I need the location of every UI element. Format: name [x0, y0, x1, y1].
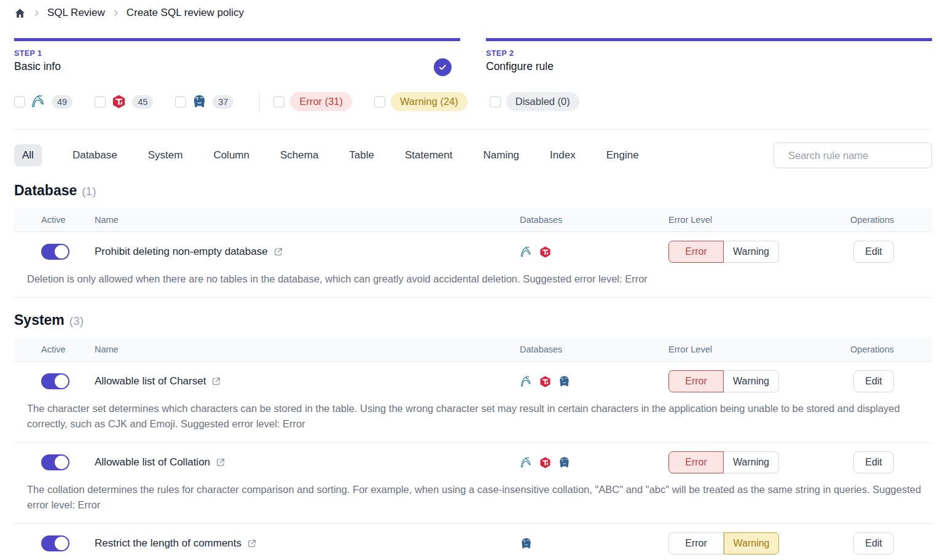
- mysql-icon: [31, 94, 46, 109]
- edit-button[interactable]: Edit: [853, 241, 894, 263]
- breadcrumb: SQL Review Create SQL review policy: [14, 0, 932, 19]
- tab-naming[interactable]: Naming: [483, 144, 519, 166]
- stepper: STEP 1 Basic info STEP 2 Configure rule: [14, 38, 932, 73]
- filter-engine-tidb: 45: [95, 94, 153, 109]
- column-header-operations: Operations: [809, 344, 932, 354]
- warning-filter-pill[interactable]: Warning (24): [391, 92, 468, 111]
- warning-filter-checkbox[interactable]: [374, 96, 385, 107]
- error-level-segmented-control: Error Warning: [668, 532, 809, 554]
- rule-description: Deletion is only allowed when there are …: [14, 271, 932, 297]
- postgres-icon: [558, 456, 571, 469]
- search-icon: [782, 150, 783, 161]
- rule-name: Restrict the length of comments: [95, 537, 241, 550]
- toggle-knob: [55, 245, 68, 259]
- section-header-system: System (3): [14, 312, 932, 329]
- filter-level-disabled: Disabled (0): [490, 92, 579, 111]
- mysql-count-badge: 49: [52, 95, 72, 109]
- rule-active-toggle[interactable]: [41, 535, 69, 551]
- column-header-name: Name: [95, 215, 520, 225]
- column-header-databases: Databases: [520, 344, 668, 354]
- error-level-button[interactable]: Error: [668, 241, 724, 263]
- tab-statement[interactable]: Statement: [405, 144, 453, 166]
- tidb-icon: [539, 375, 552, 388]
- breadcrumb-create-policy: Create SQL review policy: [127, 7, 244, 19]
- disabled-filter-checkbox[interactable]: [490, 96, 501, 107]
- tab-engine[interactable]: Engine: [606, 144, 639, 166]
- warning-level-button[interactable]: Warning: [724, 241, 779, 263]
- edit-button[interactable]: Edit: [853, 370, 894, 392]
- tidb-icon: [539, 246, 552, 259]
- rule-active-toggle[interactable]: [41, 244, 69, 260]
- breadcrumb-sql-review[interactable]: SQL Review: [47, 7, 105, 19]
- external-link-icon[interactable]: [216, 457, 225, 467]
- error-level-button[interactable]: Error: [668, 532, 724, 554]
- postgres-filter-checkbox[interactable]: [175, 96, 186, 107]
- section-title: Database: [14, 182, 77, 199]
- rule-active-toggle[interactable]: [41, 454, 69, 470]
- error-filter-pill[interactable]: Error (31): [290, 92, 352, 111]
- table-row: Allowable list of Charset Error Warning …: [14, 362, 932, 443]
- step-2[interactable]: STEP 2 Configure rule: [486, 38, 932, 73]
- tab-schema[interactable]: Schema: [280, 144, 318, 166]
- database-rules-table: Active Name Databases Error Level Operat…: [14, 208, 932, 298]
- home-icon[interactable]: [14, 7, 26, 19]
- rule-name: Allowable list of Charset: [95, 375, 206, 387]
- external-link-icon[interactable]: [273, 247, 283, 257]
- error-filter-checkbox[interactable]: [273, 96, 284, 107]
- edit-button[interactable]: Edit: [853, 451, 894, 473]
- column-header-active: Active: [14, 344, 95, 354]
- filter-engine-postgres: 37: [175, 94, 233, 109]
- rule-description: The character set determines which chara…: [14, 401, 932, 442]
- system-rules-table: Active Name Databases Error Level Operat…: [14, 338, 932, 560]
- warning-level-button[interactable]: Warning: [724, 451, 779, 473]
- step-2-label: STEP 2: [486, 49, 932, 58]
- chevron-right-icon: [112, 9, 120, 17]
- create-sql-review-policy-page: SQL Review Create SQL review policy STEP…: [0, 0, 940, 560]
- rule-name: Prohibit deleting non-empty database: [95, 246, 268, 258]
- error-level-button[interactable]: Error: [668, 451, 724, 473]
- tab-index[interactable]: Index: [550, 144, 576, 166]
- disabled-filter-pill[interactable]: Disabled (0): [506, 92, 579, 111]
- column-header-name: Name: [95, 344, 520, 354]
- check-icon: [437, 62, 448, 72]
- section-count: (3): [69, 314, 84, 328]
- step-1-progress-bar: [14, 38, 460, 41]
- rule-name: Allowable list of Collation: [95, 456, 210, 469]
- warning-level-button[interactable]: Warning: [724, 370, 779, 392]
- tidb-count-badge: 45: [132, 95, 153, 109]
- tab-system[interactable]: System: [148, 144, 183, 166]
- chevron-right-icon: [33, 9, 41, 17]
- column-header-error-level: Error Level: [668, 344, 809, 354]
- rule-active-toggle[interactable]: [41, 373, 69, 389]
- error-level-button[interactable]: Error: [668, 370, 724, 392]
- section-header-database: Database (1): [14, 182, 932, 199]
- filter-bar: 49 45 37 Error (31) Warning (24) Disable…: [14, 92, 932, 130]
- tab-column[interactable]: Column: [213, 144, 249, 166]
- step-2-progress-bar: [486, 38, 932, 41]
- external-link-icon[interactable]: [247, 539, 257, 548]
- external-link-icon[interactable]: [211, 376, 221, 386]
- tidb-filter-checkbox[interactable]: [95, 96, 106, 107]
- toggle-knob: [55, 537, 68, 550]
- table-row: Allowable list of Collation Error Warnin…: [14, 443, 932, 524]
- postgres-icon: [558, 375, 571, 388]
- column-header-operations: Operations: [809, 215, 932, 225]
- search-input[interactable]: [788, 150, 923, 161]
- section-title: System: [14, 312, 65, 329]
- tab-all[interactable]: All: [14, 144, 42, 166]
- toggle-knob: [55, 375, 68, 388]
- step-1-title: Basic info: [14, 60, 460, 73]
- table-header-row: Active Name Databases Error Level Operat…: [14, 208, 932, 232]
- tab-database[interactable]: Database: [72, 144, 117, 166]
- table-header-row: Active Name Databases Error Level Operat…: [14, 338, 932, 362]
- error-level-segmented-control: Error Warning: [668, 370, 809, 392]
- mysql-icon: [520, 246, 533, 259]
- tab-table[interactable]: Table: [349, 144, 374, 166]
- edit-button[interactable]: Edit: [853, 532, 894, 554]
- filter-level-warning: Warning (24): [374, 92, 468, 111]
- mysql-filter-checkbox[interactable]: [14, 96, 25, 107]
- warning-level-button[interactable]: Warning: [724, 532, 779, 554]
- filter-divider: [259, 93, 260, 111]
- column-header-databases: Databases: [520, 215, 668, 225]
- step-1[interactable]: STEP 1 Basic info: [14, 38, 460, 73]
